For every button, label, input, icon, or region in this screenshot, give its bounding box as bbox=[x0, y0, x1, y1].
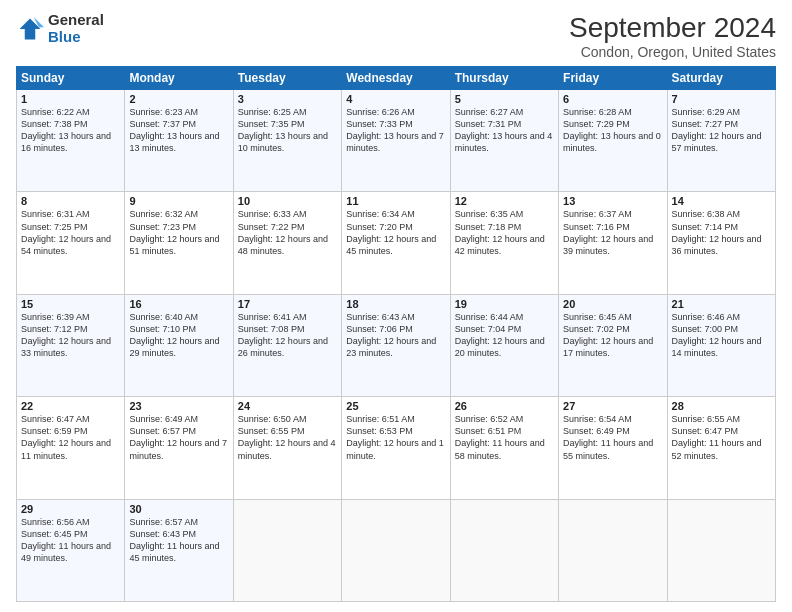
header: General Blue September 2024 Condon, Oreg… bbox=[16, 12, 776, 60]
day-number: 28 bbox=[672, 400, 771, 412]
calendar-header-row: Sunday Monday Tuesday Wednesday Thursday… bbox=[17, 67, 776, 90]
day-info: Sunrise: 6:26 AMSunset: 7:33 PMDaylight:… bbox=[346, 107, 444, 153]
table-row bbox=[667, 499, 775, 601]
day-number: 22 bbox=[21, 400, 120, 412]
day-info: Sunrise: 6:23 AMSunset: 7:37 PMDaylight:… bbox=[129, 107, 219, 153]
table-row: 1Sunrise: 6:22 AMSunset: 7:38 PMDaylight… bbox=[17, 90, 125, 192]
day-info: Sunrise: 6:33 AMSunset: 7:22 PMDaylight:… bbox=[238, 209, 328, 255]
day-info: Sunrise: 6:47 AMSunset: 6:59 PMDaylight:… bbox=[21, 414, 111, 460]
logo-icon bbox=[16, 15, 44, 43]
logo: General Blue bbox=[16, 12, 104, 45]
table-row bbox=[233, 499, 341, 601]
table-row: 6Sunrise: 6:28 AMSunset: 7:29 PMDaylight… bbox=[559, 90, 667, 192]
day-number: 11 bbox=[346, 195, 445, 207]
day-number: 6 bbox=[563, 93, 662, 105]
table-row: 18Sunrise: 6:43 AMSunset: 7:06 PMDayligh… bbox=[342, 294, 450, 396]
table-row: 7Sunrise: 6:29 AMSunset: 7:27 PMDaylight… bbox=[667, 90, 775, 192]
day-info: Sunrise: 6:40 AMSunset: 7:10 PMDaylight:… bbox=[129, 312, 219, 358]
logo-general-text: General bbox=[48, 12, 104, 29]
day-number: 5 bbox=[455, 93, 554, 105]
day-number: 15 bbox=[21, 298, 120, 310]
day-info: Sunrise: 6:56 AMSunset: 6:45 PMDaylight:… bbox=[21, 517, 111, 563]
day-number: 20 bbox=[563, 298, 662, 310]
table-row: 11Sunrise: 6:34 AMSunset: 7:20 PMDayligh… bbox=[342, 192, 450, 294]
col-tuesday: Tuesday bbox=[233, 67, 341, 90]
col-wednesday: Wednesday bbox=[342, 67, 450, 90]
day-number: 17 bbox=[238, 298, 337, 310]
calendar-week-row: 8Sunrise: 6:31 AMSunset: 7:25 PMDaylight… bbox=[17, 192, 776, 294]
day-number: 16 bbox=[129, 298, 228, 310]
day-info: Sunrise: 6:32 AMSunset: 7:23 PMDaylight:… bbox=[129, 209, 219, 255]
col-friday: Friday bbox=[559, 67, 667, 90]
day-number: 19 bbox=[455, 298, 554, 310]
table-row: 22Sunrise: 6:47 AMSunset: 6:59 PMDayligh… bbox=[17, 397, 125, 499]
col-thursday: Thursday bbox=[450, 67, 558, 90]
table-row: 4Sunrise: 6:26 AMSunset: 7:33 PMDaylight… bbox=[342, 90, 450, 192]
day-number: 23 bbox=[129, 400, 228, 412]
table-row: 9Sunrise: 6:32 AMSunset: 7:23 PMDaylight… bbox=[125, 192, 233, 294]
table-row bbox=[559, 499, 667, 601]
calendar-table: Sunday Monday Tuesday Wednesday Thursday… bbox=[16, 66, 776, 602]
table-row: 20Sunrise: 6:45 AMSunset: 7:02 PMDayligh… bbox=[559, 294, 667, 396]
table-row: 28Sunrise: 6:55 AMSunset: 6:47 PMDayligh… bbox=[667, 397, 775, 499]
table-row: 25Sunrise: 6:51 AMSunset: 6:53 PMDayligh… bbox=[342, 397, 450, 499]
location-title: Condon, Oregon, United States bbox=[569, 44, 776, 60]
table-row: 3Sunrise: 6:25 AMSunset: 7:35 PMDaylight… bbox=[233, 90, 341, 192]
day-number: 4 bbox=[346, 93, 445, 105]
table-row: 23Sunrise: 6:49 AMSunset: 6:57 PMDayligh… bbox=[125, 397, 233, 499]
day-info: Sunrise: 6:39 AMSunset: 7:12 PMDaylight:… bbox=[21, 312, 111, 358]
day-number: 24 bbox=[238, 400, 337, 412]
table-row: 12Sunrise: 6:35 AMSunset: 7:18 PMDayligh… bbox=[450, 192, 558, 294]
day-info: Sunrise: 6:52 AMSunset: 6:51 PMDaylight:… bbox=[455, 414, 545, 460]
day-info: Sunrise: 6:51 AMSunset: 6:53 PMDaylight:… bbox=[346, 414, 444, 460]
col-saturday: Saturday bbox=[667, 67, 775, 90]
calendar-week-row: 22Sunrise: 6:47 AMSunset: 6:59 PMDayligh… bbox=[17, 397, 776, 499]
day-info: Sunrise: 6:50 AMSunset: 6:55 PMDaylight:… bbox=[238, 414, 336, 460]
day-info: Sunrise: 6:34 AMSunset: 7:20 PMDaylight:… bbox=[346, 209, 436, 255]
day-number: 12 bbox=[455, 195, 554, 207]
table-row: 29Sunrise: 6:56 AMSunset: 6:45 PMDayligh… bbox=[17, 499, 125, 601]
table-row: 27Sunrise: 6:54 AMSunset: 6:49 PMDayligh… bbox=[559, 397, 667, 499]
day-number: 26 bbox=[455, 400, 554, 412]
table-row: 14Sunrise: 6:38 AMSunset: 7:14 PMDayligh… bbox=[667, 192, 775, 294]
day-number: 14 bbox=[672, 195, 771, 207]
day-info: Sunrise: 6:54 AMSunset: 6:49 PMDaylight:… bbox=[563, 414, 653, 460]
table-row: 2Sunrise: 6:23 AMSunset: 7:37 PMDaylight… bbox=[125, 90, 233, 192]
calendar-page: General Blue September 2024 Condon, Oreg… bbox=[0, 0, 792, 612]
day-info: Sunrise: 6:45 AMSunset: 7:02 PMDaylight:… bbox=[563, 312, 653, 358]
day-info: Sunrise: 6:46 AMSunset: 7:00 PMDaylight:… bbox=[672, 312, 762, 358]
table-row: 17Sunrise: 6:41 AMSunset: 7:08 PMDayligh… bbox=[233, 294, 341, 396]
table-row: 30Sunrise: 6:57 AMSunset: 6:43 PMDayligh… bbox=[125, 499, 233, 601]
calendar-week-row: 1Sunrise: 6:22 AMSunset: 7:38 PMDaylight… bbox=[17, 90, 776, 192]
table-row bbox=[450, 499, 558, 601]
day-info: Sunrise: 6:37 AMSunset: 7:16 PMDaylight:… bbox=[563, 209, 653, 255]
day-info: Sunrise: 6:55 AMSunset: 6:47 PMDaylight:… bbox=[672, 414, 762, 460]
day-number: 10 bbox=[238, 195, 337, 207]
month-title: September 2024 bbox=[569, 12, 776, 44]
day-info: Sunrise: 6:25 AMSunset: 7:35 PMDaylight:… bbox=[238, 107, 328, 153]
col-sunday: Sunday bbox=[17, 67, 125, 90]
table-row: 8Sunrise: 6:31 AMSunset: 7:25 PMDaylight… bbox=[17, 192, 125, 294]
day-info: Sunrise: 6:22 AMSunset: 7:38 PMDaylight:… bbox=[21, 107, 111, 153]
day-number: 9 bbox=[129, 195, 228, 207]
title-block: September 2024 Condon, Oregon, United St… bbox=[569, 12, 776, 60]
table-row: 13Sunrise: 6:37 AMSunset: 7:16 PMDayligh… bbox=[559, 192, 667, 294]
table-row: 19Sunrise: 6:44 AMSunset: 7:04 PMDayligh… bbox=[450, 294, 558, 396]
logo-blue-text: Blue bbox=[48, 29, 104, 46]
table-row: 26Sunrise: 6:52 AMSunset: 6:51 PMDayligh… bbox=[450, 397, 558, 499]
day-info: Sunrise: 6:31 AMSunset: 7:25 PMDaylight:… bbox=[21, 209, 111, 255]
day-number: 18 bbox=[346, 298, 445, 310]
table-row: 15Sunrise: 6:39 AMSunset: 7:12 PMDayligh… bbox=[17, 294, 125, 396]
logo-text: General Blue bbox=[48, 12, 104, 45]
day-info: Sunrise: 6:49 AMSunset: 6:57 PMDaylight:… bbox=[129, 414, 227, 460]
table-row: 5Sunrise: 6:27 AMSunset: 7:31 PMDaylight… bbox=[450, 90, 558, 192]
day-number: 21 bbox=[672, 298, 771, 310]
table-row: 21Sunrise: 6:46 AMSunset: 7:00 PMDayligh… bbox=[667, 294, 775, 396]
day-info: Sunrise: 6:41 AMSunset: 7:08 PMDaylight:… bbox=[238, 312, 328, 358]
day-info: Sunrise: 6:44 AMSunset: 7:04 PMDaylight:… bbox=[455, 312, 545, 358]
day-info: Sunrise: 6:38 AMSunset: 7:14 PMDaylight:… bbox=[672, 209, 762, 255]
day-number: 8 bbox=[21, 195, 120, 207]
day-info: Sunrise: 6:35 AMSunset: 7:18 PMDaylight:… bbox=[455, 209, 545, 255]
table-row: 24Sunrise: 6:50 AMSunset: 6:55 PMDayligh… bbox=[233, 397, 341, 499]
col-monday: Monday bbox=[125, 67, 233, 90]
